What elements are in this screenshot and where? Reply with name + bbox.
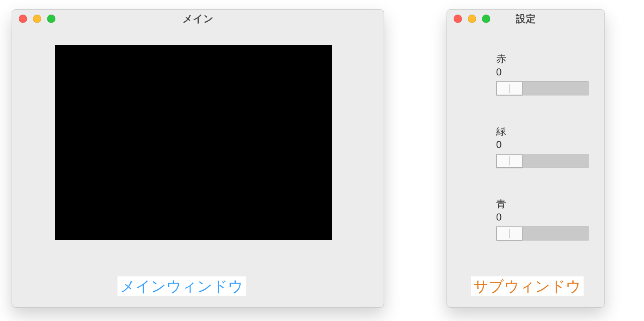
slider-thumb-blue[interactable] (497, 227, 522, 240)
sub-window-caption: サブウィンドウ (471, 276, 584, 296)
slider-value-red: 0 (496, 67, 613, 78)
minimize-icon[interactable] (33, 15, 41, 23)
slider-green[interactable] (496, 154, 589, 168)
slider-thumb-red[interactable] (497, 82, 522, 95)
main-window-caption: メインウィンドウ (117, 276, 246, 296)
slider-thumb-green[interactable] (497, 154, 522, 168)
slider-label-green: 緑 (496, 126, 613, 137)
close-icon[interactable] (19, 15, 27, 23)
slider-group-red: 赤 0 (496, 53, 613, 95)
sub-window-title: 設定 (516, 12, 536, 25)
main-window-body (12, 28, 384, 308)
slider-value-green: 0 (496, 139, 613, 150)
slider-label-blue: 青 (496, 198, 613, 209)
color-preview-canvas (55, 45, 332, 240)
traffic-lights-main (19, 10, 55, 28)
close-icon[interactable] (454, 15, 462, 23)
main-window-titlebar[interactable]: メイン (12, 10, 384, 28)
slider-label-red: 赤 (496, 53, 613, 64)
main-window: メイン (12, 9, 384, 308)
slider-blue[interactable] (496, 226, 589, 241)
sub-window-titlebar[interactable]: 設定 (447, 10, 604, 28)
sub-window-body: 赤 0 緑 0 青 0 (447, 28, 604, 308)
zoom-icon[interactable] (47, 15, 55, 23)
slider-red[interactable] (496, 81, 589, 95)
zoom-icon[interactable] (482, 15, 490, 23)
slider-group-blue: 青 0 (496, 198, 613, 241)
traffic-lights-sub (454, 10, 490, 28)
minimize-icon[interactable] (468, 15, 476, 23)
slider-value-blue: 0 (496, 212, 613, 223)
slider-group-green: 緑 0 (496, 126, 613, 168)
main-window-title: メイン (182, 12, 214, 25)
sub-window: 設定 赤 0 緑 0 青 0 (447, 9, 605, 308)
